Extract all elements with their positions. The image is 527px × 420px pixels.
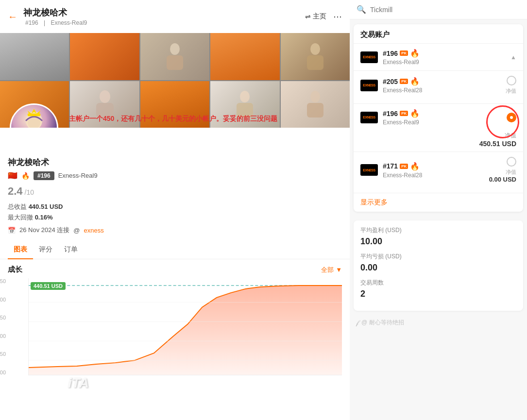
profile-name: 神龙梭哈术	[8, 157, 342, 168]
avg-profit-label: 平均盈利 (USD)	[360, 226, 516, 235]
svg-rect-4	[167, 55, 183, 70]
banner-cell-3	[140, 33, 209, 80]
collapse-icon-196-top: ▲	[510, 54, 516, 61]
pk-badge-205: PK	[400, 79, 408, 84]
radio-196-h[interactable]	[507, 113, 516, 122]
total-profit-label: 总收益	[8, 203, 27, 210]
broker-logo-196-h: EXNESS	[360, 112, 378, 123]
fire-icon: 🔥	[21, 172, 30, 180]
net-area-196: 净值 450.51 USD	[354, 131, 523, 151]
show-more-button[interactable]: 显示更多	[354, 193, 523, 212]
header-subtitle: #196 | Exness-Real9	[23, 19, 305, 26]
avg-loss-label: 平均亏损 (USD)	[360, 252, 516, 261]
fire-icon-171: 🔥	[410, 162, 420, 171]
account-info-171: #171 PK 🔥 Exness-Real28	[383, 162, 489, 179]
broker-logo-205: EXNESS	[360, 80, 378, 91]
search-input[interactable]	[370, 6, 520, 14]
svg-rect-6	[307, 55, 323, 70]
home-icon: ⇌	[305, 13, 311, 20]
banner-overlay-text: 主帐户一个450，还有几十个，几十美元的小帐户。妥妥的前三没问题	[63, 110, 350, 128]
score-row: 2.4 /10	[8, 185, 342, 198]
avg-loss-value: 0.00	[360, 263, 516, 273]
chart-canvas: 440.51 USD	[28, 278, 342, 375]
profile-section: 神龙梭哈术 🇨🇳 🔥 #196 Exness-Real9 2.4 /10 总收益…	[0, 128, 350, 240]
broker-logo-171: EXNESS	[360, 164, 378, 176]
chart-header: 成长 全部 ▼	[8, 265, 342, 274]
y-axis: 450 400 350 300 250 200	[0, 278, 8, 375]
search-bar: 🔍	[350, 0, 527, 19]
svg-point-9	[240, 91, 250, 102]
account-num-196-top: #196	[383, 50, 398, 57]
net-label-205: 净值	[506, 87, 516, 95]
account-item-196-top[interactable]: EXNESS #196 PK 🔥 Exness-Real9 ▲	[354, 43, 523, 70]
broker-logo-196-top: EXNESS	[360, 51, 378, 63]
more-menu-button[interactable]: ⋯	[333, 11, 342, 22]
max-drawdown-label: 最大回撤	[8, 214, 33, 221]
account-broker-196-h: Exness-Real9	[383, 119, 507, 126]
page-title: 神龙梭哈术	[23, 7, 305, 18]
watermark: 𝒻 @ 耐心等待绝招	[350, 315, 527, 331]
total-profit-item: 总收益 440.51 USD	[8, 202, 342, 211]
profile-broker: Exness-Real9	[58, 172, 98, 179]
account-right-196-h	[507, 113, 516, 122]
radio-171[interactable]	[507, 157, 516, 167]
home-button[interactable]: ⇌ 主页	[305, 12, 326, 21]
banner-message: 主帐户一个450，还有几十个，几十美元的小帐户。妥妥的前三没问题	[69, 114, 344, 124]
tabs: 图表 评分 订单	[0, 240, 350, 259]
flag-icon: 🇨🇳	[8, 171, 17, 180]
tab-orders[interactable]: 订单	[58, 240, 84, 259]
svg-point-11	[310, 91, 320, 102]
fire-icon-205: 🔥	[410, 77, 420, 86]
watermark-text: @ 耐心等待绝招	[361, 319, 404, 327]
net-area-171	[354, 188, 523, 193]
account-right-205: 净值	[506, 76, 516, 95]
stats-section: 平均盈利 (USD) 10.00 平均亏损 (USD) 0.00 交易周数 2	[354, 220, 523, 311]
chart-filter-button[interactable]: 全部 ▼	[321, 266, 342, 274]
pk-badge-196-h: PK	[400, 111, 408, 116]
account-broker-196-top: Exness-Real9	[383, 59, 510, 66]
connect-row: 📅 26 Nov 2024 连接 @ exness	[8, 226, 342, 235]
svg-point-3	[170, 43, 180, 55]
rank-badge: #196	[34, 171, 54, 180]
account-item-196-highlight[interactable]: EXNESS #196 PK 🔥 Exness-Real9	[354, 103, 523, 131]
svg-point-5	[310, 43, 320, 55]
broker-link[interactable]: exness	[84, 227, 104, 234]
chart-wrapper: 450 400 350 300 250 200 440.51 USD	[8, 278, 342, 375]
chevron-down-icon: ▼	[336, 266, 342, 273]
connect-date: 26 Nov 2024 连接	[19, 226, 69, 235]
radio-205[interactable]	[507, 76, 516, 85]
account-item-171[interactable]: EXNESS #171 PK 🔥 Exness-Real28 净值 0.00 U…	[354, 151, 523, 188]
right-panel: 🔍 交易账户 EXNESS #196 PK 🔥 Exness-Real9 ▲	[350, 0, 527, 420]
net-value-196-h: 450.51 USD	[360, 140, 516, 148]
banner-cell-5	[281, 33, 350, 80]
account-num-205: #205	[383, 78, 398, 85]
max-drawdown-item: 最大回撤 0.16%	[8, 213, 342, 222]
calendar-icon: 📅	[8, 227, 16, 234]
chart-value-label: 440.51 USD	[31, 282, 66, 290]
chart-svg	[29, 278, 342, 375]
net-label-171: 净值	[506, 168, 516, 176]
score-denom: /10	[25, 188, 34, 196]
chart-section: 成长 全部 ▼ 450 400 350 300 250 200 440.51 U…	[0, 259, 350, 420]
header-title-block: 神龙梭哈术 #196 | Exness-Real9	[23, 7, 305, 26]
header-actions: ⇌ 主页 ⋯	[305, 11, 342, 22]
subtitle-broker: Exness-Real9	[51, 19, 87, 26]
total-profit-amount: 440.51 USD	[29, 203, 63, 210]
fire-icon-196-h: 🔥	[410, 109, 420, 118]
banner-cell-1	[0, 33, 69, 80]
watermark-icon: 𝒻	[357, 319, 358, 327]
net-label-196-h: 净值	[360, 132, 516, 140]
subtitle-num: #196	[25, 19, 38, 26]
header: ← 神龙梭哈术 #196 | Exness-Real9 ⇌ 主页 ⋯	[0, 0, 350, 33]
tab-chart[interactable]: 图表	[8, 240, 33, 259]
max-drawdown-amount: 0.16%	[35, 214, 53, 221]
account-right-171: 净值 0.00 USD	[489, 157, 516, 183]
banner: 主帐户一个450，还有几十个，几十美元的小帐户。妥妥的前三没问题	[0, 33, 350, 128]
account-highlight-container: EXNESS #196 PK 🔥 Exness-Real9 净值 450.5	[354, 103, 523, 151]
pk-badge-196-top: PK	[400, 50, 408, 56]
stat-row: 总收益 440.51 USD 最大回撤 0.16%	[8, 202, 342, 222]
tab-rating[interactable]: 评分	[33, 240, 58, 259]
back-button[interactable]: ←	[8, 11, 17, 22]
account-item-205[interactable]: EXNESS #205 PK 🔥 Exness-Real28 净值	[354, 70, 523, 100]
account-info-196-top: #196 PK 🔥 Exness-Real9	[383, 49, 510, 66]
